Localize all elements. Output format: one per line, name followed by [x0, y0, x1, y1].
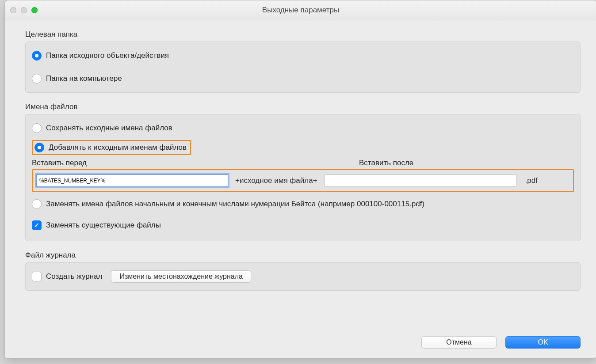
radio-icon [32, 74, 42, 83]
checkbox-create-log[interactable]: Создать журнал [32, 269, 102, 284]
radio-keep-names[interactable]: Сохранять исходные имена файлов [32, 121, 574, 136]
radio-label: Сохранять исходные имена файлов [46, 124, 172, 133]
target-folder-heading: Целевая папка [25, 30, 581, 39]
checkbox-overwrite[interactable]: Заменять существующие файлы [32, 218, 574, 233]
label-insert-after: Вставить после [359, 159, 574, 167]
label-insert-before: Вставить перед [32, 159, 359, 167]
zoom-icon[interactable] [31, 7, 38, 13]
log-panel: Создать журнал Изменить местонахождение … [25, 262, 581, 291]
radio-label: Папка исходного объекта/действия [46, 51, 169, 60]
insert-after-input[interactable] [325, 174, 516, 187]
titlebar: Выходные параметры [5, 0, 596, 20]
between-text: +исходное имя файла+ [235, 176, 317, 185]
dialog-window: Выходные параметры Целевая папка Папка и… [4, 0, 596, 359]
target-folder-panel: Папка исходного объекта/действия Папка н… [25, 42, 581, 93]
window-controls [10, 7, 38, 13]
radio-append-names[interactable]: Добавлять к исходным именам файлов [32, 140, 191, 155]
checkbox-icon [32, 220, 42, 230]
log-heading: Файл журнала [25, 251, 581, 260]
file-names-heading: Имена файлов [25, 102, 581, 111]
change-log-location-button[interactable]: Изменить местонахождение журнала [111, 270, 251, 283]
ok-button[interactable]: OK [505, 336, 581, 349]
close-icon[interactable] [10, 7, 16, 13]
radio-icon [32, 51, 42, 61]
radio-icon [32, 123, 42, 133]
file-names-panel: Сохранять исходные имена файлов Добавлят… [25, 114, 581, 241]
window-title: Выходные параметры [262, 6, 339, 15]
radio-icon [34, 143, 44, 152]
radio-computer-folder[interactable]: Папка на компьютере [32, 71, 574, 86]
minimize-icon[interactable] [21, 7, 27, 13]
button-label: OK [538, 338, 548, 346]
dialog-content: Целевая папка Папка исходного объекта/де… [5, 20, 596, 308]
radio-label: Заменять имена файлов начальным и конечн… [46, 200, 424, 209]
dialog-footer: Отмена OK [421, 336, 581, 349]
insert-inputs-row: +исходное имя файла+ .pdf [32, 169, 574, 192]
extension-text: .pdf [525, 176, 538, 185]
radio-icon [32, 199, 42, 209]
radio-label: Добавлять к исходным именам файлов [49, 143, 187, 152]
cancel-button[interactable]: Отмена [421, 336, 497, 349]
button-label: Отмена [446, 338, 471, 346]
radio-source-folder[interactable]: Папка исходного объекта/действия [32, 48, 574, 63]
button-label: Изменить местонахождение журнала [119, 273, 242, 281]
radio-bates-replace[interactable]: Заменять имена файлов начальным и конечн… [32, 197, 574, 212]
checkbox-icon [32, 272, 42, 281]
checkbox-label: Создать журнал [46, 272, 102, 281]
insert-labels-row: Вставить перед Вставить после [32, 159, 574, 167]
checkbox-label: Заменять существующие файлы [46, 221, 161, 230]
insert-before-input[interactable] [36, 174, 228, 187]
radio-label: Папка на компьютере [46, 74, 122, 83]
